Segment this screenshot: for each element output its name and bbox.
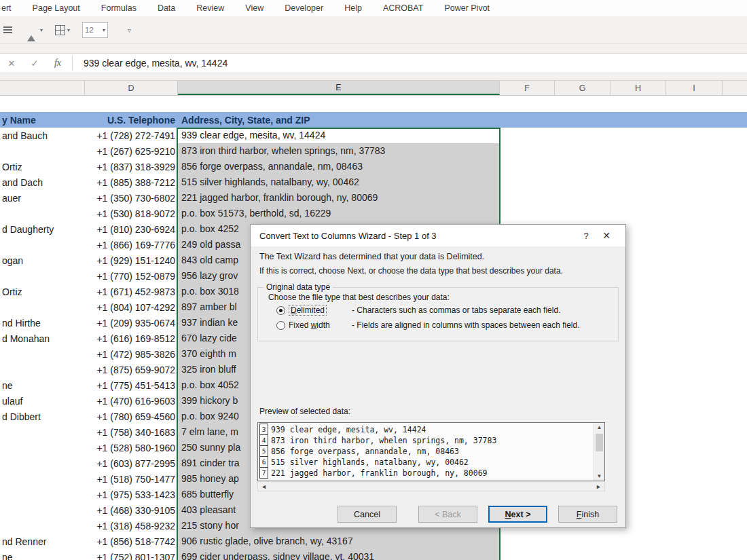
cell-telephone[interactable]: +1 (810) 230-6924 bbox=[85, 224, 175, 235]
preview-row-text: 939 clear edge, mesita, wv, 14424 bbox=[271, 424, 426, 435]
cell-telephone[interactable]: +1 (866) 169-7776 bbox=[85, 240, 175, 250]
cell-telephone[interactable]: +1 (929) 151-1240 bbox=[85, 255, 175, 266]
insert-function-icon[interactable]: fx bbox=[46, 58, 69, 69]
ribbon-tab[interactable]: Developer bbox=[285, 3, 323, 13]
delimited-label[interactable]: Delimited bbox=[289, 305, 352, 315]
next-button[interactable]: Next > bbox=[488, 506, 547, 523]
cell-address[interactable]: 906 rustic glade, olive branch, wy, 4316… bbox=[178, 534, 499, 549]
cell-telephone[interactable]: +1 (468) 330-9105 bbox=[85, 505, 175, 516]
header-address[interactable]: Address, City, State, and ZIP bbox=[181, 115, 310, 126]
cell-telephone[interactable]: +1 (267) 625-9210 bbox=[85, 146, 175, 157]
column-header-g[interactable]: G bbox=[555, 81, 611, 95]
ribbon-tab[interactable]: Formulas bbox=[101, 3, 136, 13]
column-header-f[interactable]: F bbox=[500, 81, 555, 95]
empty-row[interactable] bbox=[0, 96, 747, 112]
ribbon-tab[interactable]: Help bbox=[344, 3, 362, 13]
header-company-name[interactable]: y Name bbox=[0, 115, 85, 126]
cell-telephone[interactable]: +1 (856) 518-7742 bbox=[85, 536, 175, 547]
cell-company-name[interactable]: d Dibbert bbox=[0, 411, 85, 422]
column-header-i[interactable]: I bbox=[666, 81, 723, 95]
column-header-e-selected[interactable]: E bbox=[178, 81, 500, 95]
cancel-button[interactable]: Cancel bbox=[338, 506, 397, 523]
cell-company-name[interactable]: ne bbox=[0, 552, 85, 560]
cell-address[interactable]: p.o. box 51573, berthold, sd, 16229 bbox=[178, 206, 499, 221]
cell-company-name[interactable]: Ortiz bbox=[0, 286, 85, 297]
cell-telephone[interactable]: +1 (837) 318-3929 bbox=[85, 162, 175, 172]
finish-button[interactable]: Finish bbox=[558, 506, 617, 523]
scroll-left-icon[interactable]: ◄ bbox=[261, 483, 267, 490]
close-icon[interactable]: ✕ bbox=[596, 230, 617, 241]
ribbon-tab[interactable]: Data bbox=[158, 3, 175, 13]
cell-address[interactable]: 515 silver highlands, natalbany, wy, 004… bbox=[178, 174, 499, 190]
cell-telephone[interactable]: +1 (616) 169-8512 bbox=[85, 333, 175, 344]
cell-company-name[interactable]: nd Hirthe bbox=[0, 318, 85, 329]
cell-telephone[interactable]: +1 (885) 388-7212 bbox=[85, 177, 175, 188]
cell-address[interactable]: 699 cider underpass, sidney village, vt,… bbox=[178, 549, 499, 560]
cell-telephone[interactable]: +1 (752) 801-1307 bbox=[85, 552, 175, 560]
preview-vertical-scrollbar[interactable]: ▲ ▼ bbox=[594, 423, 604, 481]
formula-bar-value[interactable]: 939 clear edge, mesita, wv, 14424 bbox=[84, 58, 227, 69]
cell-telephone[interactable]: +1 (350) 730-6802 bbox=[85, 193, 175, 204]
cell-telephone[interactable]: +1 (770) 152-0879 bbox=[85, 271, 175, 282]
font-size-input[interactable]: 12 ▾ bbox=[82, 22, 108, 38]
back-button[interactable]: < Back bbox=[418, 506, 477, 523]
cell-telephone[interactable]: +1 (470) 616-9603 bbox=[85, 396, 175, 407]
ribbon-tab[interactable]: ert bbox=[1, 3, 12, 13]
cell-company-name[interactable]: ulauf bbox=[0, 396, 85, 407]
cell-telephone[interactable]: +1 (975) 533-1423 bbox=[85, 489, 175, 500]
cancel-icon[interactable]: ✕ bbox=[0, 58, 23, 69]
cell-telephone[interactable]: +1 (780) 659-4560 bbox=[85, 411, 175, 422]
cell-telephone[interactable]: +1 (518) 750-1477 bbox=[85, 474, 175, 485]
ribbon-tab[interactable]: Page Layout bbox=[33, 3, 80, 13]
cell-telephone[interactable]: +1 (472) 985-3826 bbox=[85, 349, 175, 360]
cell-telephone[interactable]: +1 (775) 451-5413 bbox=[85, 380, 175, 391]
column-header-d[interactable]: D bbox=[85, 81, 178, 95]
ribbon-tab[interactable]: Review bbox=[196, 3, 224, 13]
borders-button[interactable]: ▾ bbox=[43, 25, 70, 35]
cell-telephone[interactable]: +1 (209) 935-0674 bbox=[85, 318, 175, 329]
scroll-up-icon[interactable]: ▲ bbox=[594, 424, 604, 430]
ribbon-tab[interactable]: View bbox=[245, 3, 263, 13]
cell-telephone[interactable]: +1 (528) 580-1960 bbox=[85, 443, 175, 453]
scroll-right-icon[interactable]: ► bbox=[596, 483, 602, 490]
shading-button[interactable]: ▾ bbox=[12, 25, 43, 35]
ribbon-tab[interactable]: ACROBAT bbox=[383, 3, 424, 13]
cell-company-name[interactable]: and Dach bbox=[0, 177, 85, 188]
cell-company-name[interactable]: auer bbox=[0, 193, 85, 204]
cell-telephone[interactable]: +1 (603) 877-2995 bbox=[85, 458, 175, 469]
scrollbar-thumb[interactable] bbox=[596, 434, 603, 451]
preview-horizontal-scrollbar[interactable]: ◄ ► bbox=[257, 481, 605, 491]
delimited-radio[interactable] bbox=[276, 306, 285, 315]
ribbon-tab[interactable]: Power Pivot bbox=[444, 3, 490, 13]
more-options-button[interactable]: ▿ bbox=[126, 26, 131, 34]
align-lines-icon[interactable] bbox=[3, 25, 12, 35]
column-header-h[interactable]: H bbox=[611, 81, 666, 95]
cell-address[interactable]: 939 clear edge, mesita, wv, 14424 bbox=[178, 128, 499, 143]
cell-address[interactable]: 856 forge overpass, annandale, nm, 08463 bbox=[178, 159, 499, 174]
cell-telephone[interactable]: +1 (318) 458-9232 bbox=[85, 521, 175, 531]
dialog-title-bar[interactable]: Convert Text to Columns Wizard - Step 1 … bbox=[251, 225, 625, 246]
cell-company-name[interactable]: d Daugherty bbox=[0, 224, 85, 235]
cell-company-name[interactable]: ogan bbox=[0, 255, 85, 266]
cell-telephone[interactable]: +1 (758) 340-1683 bbox=[85, 427, 175, 438]
cell-company-name[interactable]: and Bauch bbox=[0, 130, 85, 141]
scroll-down-icon[interactable]: ▼ bbox=[594, 473, 604, 479]
cell-address[interactable]: 873 iron third harbor, whelen springs, n… bbox=[178, 143, 499, 159]
enter-icon[interactable]: ✓ bbox=[23, 58, 46, 69]
cell-address[interactable]: 221 jagged harbor, franklin borough, ny,… bbox=[178, 190, 499, 206]
fixed-width-label[interactable]: Fixed width bbox=[289, 320, 352, 330]
cell-company-name[interactable]: d Monahan bbox=[0, 333, 85, 344]
cell-telephone[interactable]: +1 (804) 107-4292 bbox=[85, 302, 175, 313]
help-icon[interactable]: ? bbox=[576, 231, 596, 241]
cell-company-name[interactable]: nd Renner bbox=[0, 536, 85, 547]
fixed-width-radio[interactable] bbox=[276, 321, 285, 330]
cell-telephone[interactable]: +1 (875) 659-9072 bbox=[85, 365, 175, 375]
cell-company-name[interactable]: Ortiz bbox=[0, 162, 85, 172]
preview-rows[interactable]: 3 939 clear edge, mesita, wv, 14424 4 87… bbox=[258, 423, 594, 481]
cell-telephone[interactable]: +1 (671) 452-9873 bbox=[85, 286, 175, 297]
cell-telephone[interactable]: +1 (728) 272-7491 bbox=[85, 130, 175, 141]
header-telephone[interactable]: U.S. Telephone bbox=[85, 115, 175, 126]
cell-telephone[interactable]: +1 (530) 818-9072 bbox=[85, 208, 175, 219]
cell-company-name[interactable]: ne bbox=[0, 380, 85, 391]
column-header-c[interactable] bbox=[0, 81, 85, 95]
